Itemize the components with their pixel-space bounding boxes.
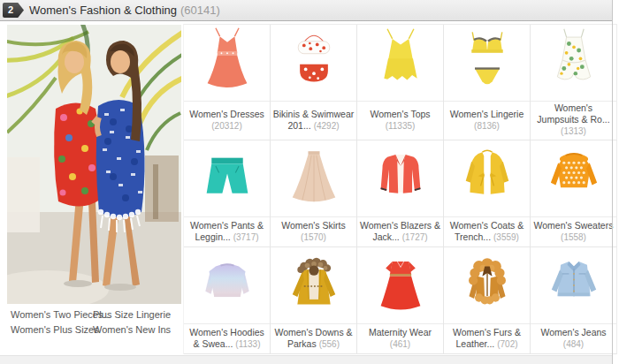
- category-label: Women's Coats & Trench... (3559): [444, 217, 530, 246]
- thumb: [357, 247, 443, 324]
- category-cell-womens-tops[interactable]: Women's Tops (11335): [357, 25, 444, 140]
- thumb: [357, 140, 443, 217]
- category-cell-womens-dresses[interactable]: Women's Dresses (20312): [184, 25, 271, 140]
- category-cell-womens-coats[interactable]: Women's Coats & Trench... (3559): [444, 140, 531, 247]
- category-cell-womens-lingerie[interactable]: Women's Lingerie (8136): [444, 25, 531, 140]
- yellow-ruffle-top-image: [359, 26, 442, 100]
- link-plus-size-lingerie[interactable]: Plus Size Lingerie: [93, 309, 171, 320]
- category-label: Women's Jeans (484): [531, 324, 616, 353]
- thumb: [444, 25, 530, 102]
- category-cell-womens-downs-parkas[interactable]: Women's Downs & Parkas (556): [271, 247, 357, 354]
- category-label: Bikinis & Swimwear 201... (4292): [271, 102, 356, 140]
- category-cell-womens-jumpsuits[interactable]: Women's Jumpsuits & Ro... (1313): [531, 25, 617, 140]
- pineapple-romper-image: [532, 26, 615, 100]
- page-title-text: Women's Fashion & Clothing: [29, 4, 177, 17]
- denim-jacket-image: [532, 248, 615, 322]
- thumb: [271, 25, 356, 102]
- thumb: [531, 247, 616, 324]
- category-label: Women's Jumpsuits & Ro... (1313): [531, 102, 616, 140]
- category-label: Women's Sweaters (1558): [531, 217, 616, 246]
- thumb: [444, 247, 530, 324]
- thumb: [271, 247, 356, 324]
- category-label: Women's Blazers & Jack... (1727): [357, 217, 443, 246]
- yellow-coat-image: [446, 141, 529, 216]
- red-maternity-dress-image: [359, 248, 442, 322]
- promo-photo-two-women-beach: [7, 25, 181, 304]
- page-right-border: [612, 0, 613, 364]
- category-cell-womens-jeans[interactable]: Women's Jeans (484): [531, 247, 617, 354]
- mustard-parka-image: [272, 248, 355, 322]
- category-cell-womens-pants[interactable]: Women's Pants & Leggin... (3717): [184, 140, 271, 247]
- category-label: Women's Downs & Parkas (556): [271, 324, 356, 353]
- category-label: Women's Pants & Leggin... (3717): [184, 217, 270, 246]
- yellow-lingerie-set-image: [446, 26, 529, 100]
- thumb: [184, 140, 270, 217]
- coral-blazer-image: [359, 141, 442, 216]
- category-label: Women's Tops (11335): [357, 102, 443, 140]
- thumb: [531, 140, 616, 217]
- beige-maxi-skirt-image: [272, 141, 355, 216]
- thumb: [444, 140, 530, 217]
- page-title: Women's Fashion & Clothing(60141): [29, 0, 220, 20]
- promo-links: Women's Two Pieces... Plus Size Lingerie…: [11, 309, 171, 335]
- header-bar: 2 Women's Fashion & Clothing(60141): [0, 0, 613, 21]
- thumb: [531, 25, 616, 102]
- category-label: Women's Furs & Leather... (702): [444, 324, 530, 353]
- camel-fur-coat-image: [446, 248, 529, 322]
- category-cell-womens-sweaters[interactable]: Women's Sweaters (1558): [531, 140, 617, 247]
- link-womens-new-ins[interactable]: Women's New Ins: [93, 324, 171, 335]
- thumb: [271, 140, 356, 217]
- category-label: Women's Hoodies & Swea... (1133): [184, 324, 270, 353]
- category-page: 2 Women's Fashion & Clothing(60141): [0, 0, 619, 364]
- category-cell-maternity-wear[interactable]: Maternity Wear (461): [357, 247, 444, 354]
- teal-shorts-image: [186, 141, 269, 216]
- category-cell-womens-hoodies[interactable]: Women's Hoodies & Swea... (1133): [184, 247, 271, 354]
- category-cell-womens-blazers[interactable]: Women's Blazers & Jack... (1727): [357, 140, 444, 247]
- coral-dress-image: [186, 26, 269, 100]
- category-label: Maternity Wear (461): [357, 324, 443, 353]
- thumb: [184, 25, 270, 102]
- page-title-count: (60141): [180, 4, 220, 17]
- category-label: Women's Lingerie (8136): [444, 102, 530, 140]
- orange-knit-sweater-image: [532, 141, 615, 216]
- category-grid: Women's Dresses (20312) Bikinis & Swimwe…: [183, 24, 617, 354]
- link-womens-plus-sizes[interactable]: Women's Plus Sizes: [11, 324, 93, 335]
- category-cell-womens-furs[interactable]: Women's Furs & Leather... (702): [444, 247, 531, 354]
- category-label: Women's Skirts (1570): [271, 217, 356, 246]
- category-label: Women's Dresses (20312): [184, 102, 270, 140]
- promo-banner[interactable]: [7, 25, 181, 304]
- category-cell-bikinis-swimwear[interactable]: Bikinis & Swimwear 201... (4292): [271, 25, 357, 140]
- thumb: [184, 247, 270, 324]
- category-cell-womens-skirts[interactable]: Women's Skirts (1570): [271, 140, 357, 247]
- footer-strip: [0, 355, 613, 364]
- thumb: [357, 25, 443, 102]
- pastel-sweatshirt-image: [186, 248, 269, 322]
- polka-dot-bikini-image: [272, 26, 355, 100]
- link-womens-two-pieces[interactable]: Women's Two Pieces...: [11, 309, 93, 320]
- step-badge: 2: [3, 3, 24, 18]
